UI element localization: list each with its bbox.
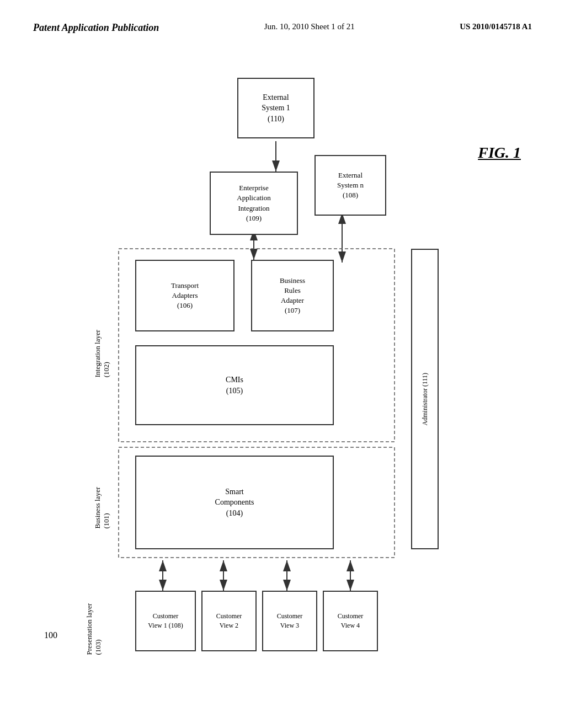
figure-label: FIG. 1	[478, 144, 521, 162]
customer-view-1-label: Customer View 1 (108)	[148, 612, 183, 630]
customer-view-3-box: Customer View 3	[262, 591, 317, 651]
presentation-layer-label: Presentation layer(103)	[77, 596, 110, 662]
cmis-box: CMIs (105)	[135, 345, 334, 425]
header: Patent Application Publication Jun. 10, …	[33, 22, 532, 34]
ref-100: 100	[44, 630, 57, 640]
business-rules-adapter-box: Business Rules Adapter (107)	[251, 260, 334, 331]
patent-number: US 2010/0145718 A1	[460, 22, 532, 31]
enterprise-app-integration-label: Enterprise Application Integration (109)	[237, 183, 270, 223]
customer-view-4-label: Customer View 4	[338, 612, 364, 630]
smart-components-label: Smart Components (104)	[215, 486, 254, 519]
integration-layer-label: Integration layer(102)	[88, 265, 116, 442]
external-system-1-box: External System 1 (110)	[237, 78, 315, 138]
external-system-n-label: External System n (108)	[337, 170, 364, 201]
customer-view-2-box: Customer View 2	[201, 591, 257, 651]
external-system-1-label: External System 1 (110)	[262, 92, 290, 125]
customer-view-4-box: Customer View 4	[323, 591, 378, 651]
enterprise-app-integration-box: Enterprise Application Integration (109)	[210, 172, 298, 235]
sheet-info: Jun. 10, 2010 Sheet 1 of 21	[264, 22, 355, 31]
smart-components-box: Smart Components (104)	[135, 456, 334, 549]
customer-view-3-label: Customer View 3	[277, 612, 303, 630]
administrator-box: Administrator (111)	[411, 249, 439, 549]
customer-view-1-box: Customer View 1 (108)	[135, 591, 196, 651]
business-rules-adapter-label: Business Rules Adapter (107)	[280, 276, 305, 316]
diagram-area: FIG. 1 100	[33, 45, 532, 684]
transport-adapters-label: Transport Adapters (106)	[171, 281, 199, 311]
page: Patent Application Publication Jun. 10, …	[0, 0, 565, 728]
cmis-label: CMIs (105)	[226, 374, 243, 396]
business-layer-label: Business layer(101)	[88, 456, 116, 560]
administrator-label: Administrator (111)	[420, 373, 430, 425]
external-system-n-box: External System n (108)	[315, 155, 386, 216]
customer-view-2-label: Customer View 2	[216, 612, 242, 630]
transport-adapters-box: Transport Adapters (106)	[135, 260, 234, 331]
publication-label: Patent Application Publication	[33, 22, 159, 34]
